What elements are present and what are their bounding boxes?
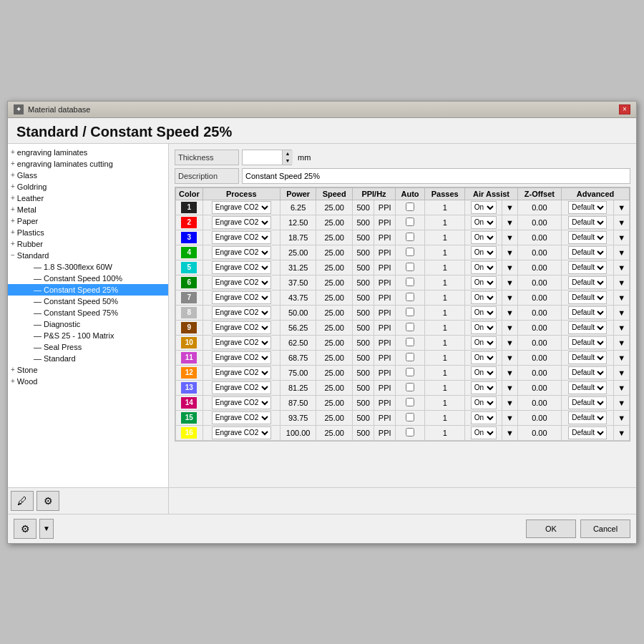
advanced-select[interactable]: Default xyxy=(568,201,607,214)
tree-expand-icon[interactable]: + xyxy=(11,228,15,236)
process-select[interactable]: Engrave CO2 xyxy=(212,426,271,439)
auto-checkbox[interactable] xyxy=(406,233,414,241)
sidebar-item[interactable]: —Standard xyxy=(8,353,168,364)
tree-expand-icon[interactable]: + xyxy=(11,366,15,374)
air-select[interactable]: On xyxy=(471,426,497,439)
sidebar-item[interactable]: —Constant Speed 100% xyxy=(8,273,168,284)
auto-checkbox[interactable] xyxy=(406,353,414,361)
ok-button[interactable]: OK xyxy=(526,519,576,538)
advanced-select[interactable]: Default xyxy=(568,396,607,409)
tree-expand-icon[interactable]: − xyxy=(11,251,15,259)
auto-checkbox[interactable] xyxy=(406,248,414,256)
auto-checkbox[interactable] xyxy=(406,203,414,211)
tree-expand-icon[interactable]: + xyxy=(11,377,15,385)
process-select[interactable]: Engrave CO2 xyxy=(212,396,271,409)
sidebar-item[interactable]: —P&S 25 - 100 Matrix xyxy=(8,330,168,341)
auto-checkbox[interactable] xyxy=(406,383,414,391)
process-select[interactable]: Engrave CO2 xyxy=(212,261,271,274)
auto-checkbox[interactable] xyxy=(406,428,414,436)
auto-checkbox[interactable] xyxy=(406,278,414,286)
process-select[interactable]: Engrave CO2 xyxy=(212,411,271,424)
auto-checkbox[interactable] xyxy=(406,413,414,421)
sidebar-item[interactable]: +Plastics xyxy=(8,227,168,238)
air-select[interactable]: On xyxy=(471,231,497,244)
tree-expand-icon[interactable]: + xyxy=(11,160,15,167)
process-select[interactable]: Engrave CO2 xyxy=(212,201,271,214)
advanced-select[interactable]: Default xyxy=(568,336,607,349)
process-select[interactable]: Engrave CO2 xyxy=(212,216,271,229)
advanced-select[interactable]: Default xyxy=(568,426,607,439)
auto-checkbox[interactable] xyxy=(406,323,414,331)
sidebar-item[interactable]: +engraving laminates cutting xyxy=(8,158,168,170)
sidebar-add-button[interactable]: 🖊 xyxy=(11,491,34,511)
process-select[interactable]: Engrave CO2 xyxy=(212,336,271,349)
sidebar-item[interactable]: —1.8 S-300flexx 60W xyxy=(8,261,168,273)
sidebar-item[interactable]: +Metal xyxy=(8,204,168,215)
sidebar-item[interactable]: +engraving laminates xyxy=(8,147,168,158)
thickness-input[interactable]: 0.00 xyxy=(243,150,282,165)
auto-checkbox[interactable] xyxy=(406,263,414,271)
air-select[interactable]: On xyxy=(471,291,497,304)
air-select[interactable]: On xyxy=(471,246,497,259)
air-select[interactable]: On xyxy=(471,261,497,274)
process-select[interactable]: Engrave CO2 xyxy=(212,366,271,379)
gear-button[interactable]: ⚙ xyxy=(14,519,36,539)
process-select[interactable]: Engrave CO2 xyxy=(212,246,271,259)
sidebar-settings-button[interactable]: ⚙ xyxy=(36,491,59,511)
air-select[interactable]: On xyxy=(471,336,497,349)
air-select[interactable]: On xyxy=(471,276,497,289)
sidebar-item[interactable]: —Diagnostic xyxy=(8,318,168,330)
tree-expand-icon[interactable]: + xyxy=(11,148,15,156)
arrow-button[interactable]: ▼ xyxy=(39,519,54,539)
sidebar-item[interactable]: +Glass xyxy=(8,170,168,181)
auto-checkbox[interactable] xyxy=(406,218,414,226)
process-select[interactable]: Engrave CO2 xyxy=(212,381,271,394)
auto-checkbox[interactable] xyxy=(406,293,414,301)
process-select[interactable]: Engrave CO2 xyxy=(212,321,271,334)
auto-checkbox[interactable] xyxy=(406,368,414,376)
air-select[interactable]: On xyxy=(471,201,497,214)
advanced-select[interactable]: Default xyxy=(568,216,607,229)
sidebar-item[interactable]: +Leather xyxy=(8,192,168,204)
advanced-select[interactable]: Default xyxy=(568,351,607,364)
advanced-select[interactable]: Default xyxy=(568,366,607,379)
process-select[interactable]: Engrave CO2 xyxy=(212,351,271,364)
air-select[interactable]: On xyxy=(471,396,497,409)
sidebar-item[interactable]: —Seal Press xyxy=(8,341,168,353)
process-select[interactable]: Engrave CO2 xyxy=(212,231,271,244)
process-select[interactable]: Engrave CO2 xyxy=(212,276,271,289)
sidebar-item[interactable]: +Goldring xyxy=(8,181,168,192)
process-select[interactable]: Engrave CO2 xyxy=(212,291,271,304)
advanced-select[interactable]: Default xyxy=(568,231,607,244)
sidebar-item[interactable]: —Constant Speed 25% xyxy=(8,284,168,296)
air-select[interactable]: On xyxy=(471,306,497,319)
tree-expand-icon[interactable]: + xyxy=(11,194,15,202)
tree-expand-icon[interactable]: + xyxy=(11,182,15,190)
air-select[interactable]: On xyxy=(471,321,497,334)
advanced-select[interactable]: Default xyxy=(568,411,607,424)
tree-expand-icon[interactable]: + xyxy=(11,217,15,225)
advanced-select[interactable]: Default xyxy=(568,321,607,334)
auto-checkbox[interactable] xyxy=(406,398,414,406)
sidebar-item[interactable]: —Constant Speed 75% xyxy=(8,307,168,318)
sidebar-item[interactable]: —Constant Speed 50% xyxy=(8,296,168,307)
sidebar-item[interactable]: +Paper xyxy=(8,215,168,227)
process-select[interactable]: Engrave CO2 xyxy=(212,306,271,319)
thickness-down-button[interactable]: ▼ xyxy=(283,157,293,165)
sidebar-item[interactable]: +Rubber xyxy=(8,238,168,250)
advanced-select[interactable]: Default xyxy=(568,381,607,394)
advanced-select[interactable]: Default xyxy=(568,291,607,304)
air-select[interactable]: On xyxy=(471,216,497,229)
advanced-select[interactable]: Default xyxy=(568,306,607,319)
advanced-select[interactable]: Default xyxy=(568,261,607,274)
close-button[interactable]: × xyxy=(619,104,630,114)
air-select[interactable]: On xyxy=(471,411,497,424)
auto-checkbox[interactable] xyxy=(406,308,414,316)
auto-checkbox[interactable] xyxy=(406,338,414,346)
sidebar-item[interactable]: +Stone xyxy=(8,364,168,376)
cancel-button[interactable]: Cancel xyxy=(580,519,630,538)
tree-expand-icon[interactable]: + xyxy=(11,240,15,248)
tree-expand-icon[interactable]: + xyxy=(11,171,15,179)
thickness-up-button[interactable]: ▲ xyxy=(283,150,293,157)
air-select[interactable]: On xyxy=(471,366,497,379)
